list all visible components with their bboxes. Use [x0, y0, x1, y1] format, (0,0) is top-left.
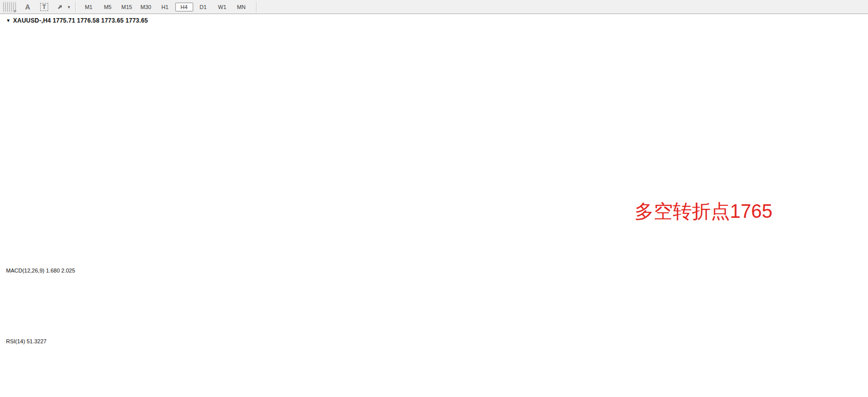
timeframe-button-d1[interactable]: D1	[194, 3, 212, 12]
timeframe-button-m5[interactable]: M5	[99, 3, 117, 12]
toolbar: F A T ▾ M1M5M15M30H1H4D1W1MN	[0, 0, 868, 14]
chevron-down-icon[interactable]: ▾	[68, 5, 70, 10]
timeframe-button-w1[interactable]: W1	[213, 3, 231, 12]
toolbar-separator	[75, 2, 76, 13]
chart-grid-icon[interactable]: F	[2, 2, 17, 12]
timeframe-button-m15[interactable]: M15	[118, 3, 136, 12]
timeframe-button-m30[interactable]: M30	[137, 3, 155, 12]
annotation-text: 多空转折点1765	[635, 199, 773, 224]
timeframe-button-h1[interactable]: H1	[156, 3, 174, 12]
rsi-indicator-label: RSI(14) 51.3227	[6, 338, 47, 344]
symbol-ohlc-readout: ▼ XAUUSD-,H4 1775.71 1776.58 1773.65 177…	[6, 17, 148, 24]
timeframe-button-mn[interactable]: MN	[232, 3, 251, 12]
timeframe-button-m1[interactable]: M1	[80, 3, 98, 12]
toolbar-separator-2	[256, 2, 257, 13]
chart-menu-icon[interactable]: ▼	[6, 18, 11, 23]
symbol-ohlc-text: XAUUSD-,H4 1775.71 1776.58 1773.65 1773.…	[13, 17, 148, 24]
timeframe-button-h4[interactable]: H4	[175, 3, 193, 12]
mt4-terminal: { "toolbar": { "handle_label": "F", "fon…	[0, 0, 868, 397]
chart-window: ▼ XAUUSD-,H4 1775.71 1776.58 1773.65 177…	[0, 14, 868, 397]
double-arrow-icon	[57, 4, 65, 11]
text-label-tool-icon[interactable]: T	[38, 2, 50, 12]
timeframe-buttons: M1M5M15M30H1H4D1W1MN	[79, 3, 251, 12]
macd-indicator-label: MACD(12,26,9) 1.680 2.025	[6, 268, 75, 274]
font-tool-icon[interactable]: A	[22, 2, 34, 12]
cursor-arrows-icon[interactable]	[55, 2, 67, 12]
